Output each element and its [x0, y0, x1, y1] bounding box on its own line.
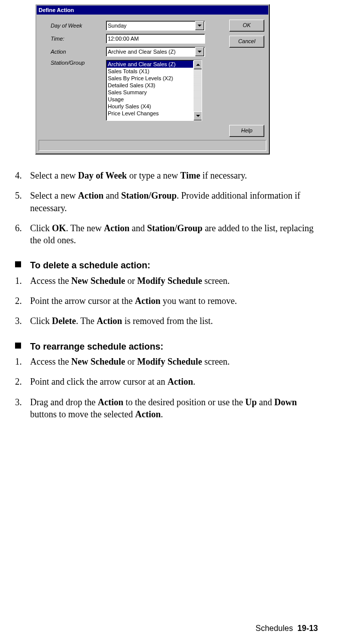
step-b2: 2. Point the arrow cursor at the Action … [15, 295, 323, 307]
day-of-week-value: Sunday [108, 22, 126, 30]
step-c2: 2. Point and click the arrow cursor at a… [15, 376, 323, 388]
chevron-up-icon [196, 64, 200, 66]
dialog-title: Define Action [39, 7, 74, 13]
page-footer: Schedules 19-13 [255, 624, 318, 633]
action-dropdown[interactable]: Archive and Clear Sales (Z) [106, 47, 205, 57]
help-button[interactable]: Help [229, 125, 264, 137]
screenshot-dialog: Define Action OK Cancel Day of Week Sund… [35, 4, 323, 154]
scroll-down-button[interactable] [194, 111, 202, 120]
step-b1: 1. Access the New Schedule or Modify Sch… [15, 275, 323, 287]
define-action-dialog: Define Action OK Cancel Day of Week Sund… [35, 4, 270, 154]
step-number: 3. [15, 315, 30, 327]
day-of-week-dropdown[interactable]: Sunday [106, 21, 205, 31]
step-text: Select a new Action and Station/Group. P… [30, 190, 323, 214]
step-number: 3. [15, 396, 30, 421]
step-number: 1. [15, 275, 30, 287]
scrollbar[interactable] [194, 60, 202, 120]
dropdown-button[interactable] [195, 21, 204, 30]
step-b3: 3. Click Delete. The Action is removed f… [15, 315, 323, 327]
day-of-week-label: Day of Week [51, 23, 106, 29]
scroll-track[interactable] [194, 69, 202, 111]
action-label: Action [51, 49, 106, 55]
step-text: Point and click the arrow cursor at an A… [30, 376, 323, 388]
document-body: 4. Select a new Day of Week or type a ne… [15, 170, 323, 420]
chevron-down-icon [198, 51, 202, 53]
step-text: Point the arrow cursor at the Action you… [30, 295, 323, 307]
step-5: 5. Select a new Action and Station/Group… [15, 190, 323, 214]
time-label: Time: [51, 36, 106, 42]
list-item[interactable]: Sales By Price Levels (X2) [107, 75, 193, 82]
heading-delete: To delete a schedule action: [15, 259, 323, 271]
heading-rearrange: To rearrange schedule actions: [15, 341, 323, 353]
list-item[interactable]: Detailed Sales (X3) [107, 82, 193, 89]
list-item[interactable]: Archive and Clear Sales (Z) [107, 61, 193, 68]
station-group-label: Station/Group [51, 60, 106, 66]
chevron-down-icon [198, 25, 202, 27]
step-number: 1. [15, 356, 30, 368]
scroll-up-button[interactable] [194, 60, 202, 69]
list-item[interactable]: Sales Summary [107, 89, 193, 96]
action-value: Archive and Clear Sales (Z) [108, 48, 176, 56]
action-listbox[interactable]: Archive and Clear Sales (Z) Sales Totals… [106, 60, 202, 121]
step-text: Select a new Day of Week or type a new T… [30, 170, 323, 182]
list-item[interactable]: Usage [107, 96, 193, 103]
step-c3: 3. Drag and drop the Action to the desir… [15, 396, 323, 421]
square-bullet-icon [15, 261, 21, 267]
step-text: Drag and drop the Action to the desired … [30, 396, 323, 421]
list-item[interactable]: Price Level Changes [107, 110, 193, 117]
step-number: 2. [15, 376, 30, 388]
step-text: Access the New Schedule or Modify Schedu… [30, 275, 323, 287]
time-value: 12:00:00 AM [108, 35, 139, 43]
footer-page-number: 19-13 [297, 624, 318, 632]
step-text: Click Delete. The Action is removed from… [30, 315, 323, 327]
step-number: 6. [15, 222, 30, 247]
dialog-titlebar: Define Action [37, 6, 268, 15]
dropdown-button[interactable] [195, 47, 204, 56]
step-number: 2. [15, 295, 30, 307]
list-item[interactable]: Sales Totals (X1) [107, 68, 193, 75]
step-text: Click OK. The new Action and Station/Gro… [30, 222, 323, 247]
footer-section: Schedules [255, 624, 293, 632]
step-number: 4. [15, 170, 30, 182]
step-4: 4. Select a new Day of Week or type a ne… [15, 170, 323, 182]
step-6: 6. Click OK. The new Action and Station/… [15, 222, 323, 247]
list-item[interactable]: Hourly Sales (X4) [107, 103, 193, 110]
step-text: Access the New Schedule or Modify Schedu… [30, 356, 323, 368]
square-bullet-icon [15, 343, 21, 349]
chevron-down-icon [196, 115, 200, 117]
step-number: 5. [15, 190, 30, 214]
step-c1: 1. Access the New Schedule or Modify Sch… [15, 356, 323, 368]
status-bar [39, 140, 266, 151]
time-input[interactable]: 12:00:00 AM [106, 34, 205, 44]
